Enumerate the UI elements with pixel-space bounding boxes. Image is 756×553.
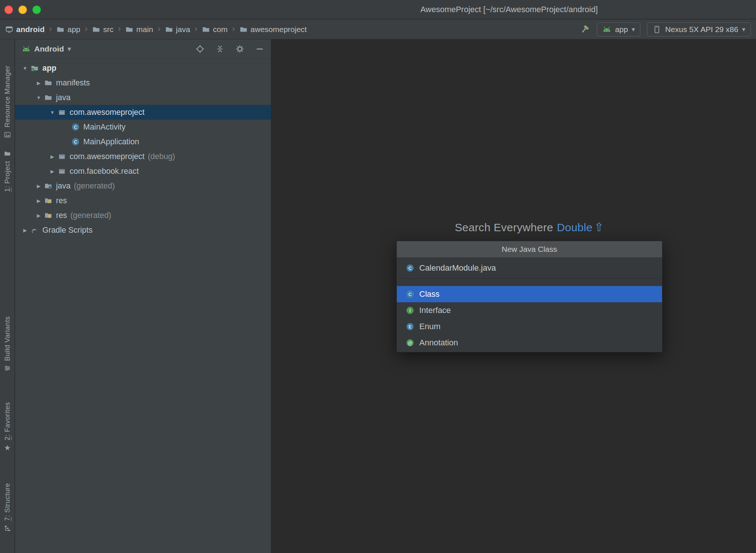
tree-item-label: java — [56, 182, 70, 191]
breadcrumb-label: app — [67, 25, 80, 34]
tree-item-qualifier: (generated) — [74, 182, 115, 191]
zoom-button[interactable] — [32, 6, 41, 14]
tool-window-label: 2: Favorites — [3, 402, 11, 440]
tree-item-gradle-scripts[interactable]: ▶Gradle Scripts — [15, 223, 271, 237]
tool-window-label: Resource Manager — [3, 66, 11, 127]
collapse-all-icon[interactable] — [216, 45, 224, 53]
tree-item-com-awesomeproject[interactable]: ▼com.awesomeproject — [15, 105, 271, 120]
tool-window-button-2-favorites[interactable]: 2: Favorites★ — [0, 402, 15, 451]
tree-item-label: app — [42, 64, 56, 73]
breadcrumb-separator: › — [118, 24, 121, 34]
expand-arrow-icon[interactable]: ▶ — [47, 154, 57, 159]
tree-item-mainactivity[interactable]: CMainActivity — [15, 120, 271, 134]
tree-item-com-facebook-react[interactable]: ▶com.facebook.react — [15, 164, 271, 179]
locate-icon[interactable] — [196, 45, 204, 53]
folder-icon — [239, 25, 248, 34]
expand-arrow-icon[interactable]: ▶ — [34, 183, 44, 189]
breadcrumb-item-android[interactable]: android — [5, 25, 45, 34]
tree-item-label: MainActivity — [83, 123, 126, 132]
module-folder-icon — [30, 64, 39, 73]
phone-icon — [652, 25, 661, 34]
breadcrumb-item-awesomeproject[interactable]: awesomeproject — [239, 25, 307, 34]
structure-icon — [4, 525, 11, 532]
folder-icon — [165, 25, 173, 34]
chevron-down-icon: ▾ — [631, 26, 635, 33]
breadcrumb-label: awesomeproject — [251, 25, 307, 34]
breadcrumb-item-app[interactable]: app — [56, 25, 80, 34]
star-icon: ★ — [4, 444, 11, 451]
tool-window-button-1-project[interactable]: 1: Project — [0, 150, 15, 192]
kind-option-enum[interactable]: EEnum — [397, 318, 662, 335]
navigation-bar: android›app›src›main›java›com›awesomepro… — [0, 20, 756, 39]
tool-window-button-resource-manager[interactable]: Resource Manager — [0, 66, 15, 138]
tree-item-java[interactable]: ▼java — [15, 90, 271, 105]
chevron-down-icon: ▾ — [742, 26, 745, 33]
chevron-down-icon: ▾ — [67, 46, 71, 52]
device-label: Nexus 5X API 29 x86 — [665, 25, 738, 34]
breadcrumb-item-com[interactable]: com — [202, 25, 228, 34]
tool-window-button-build-variants[interactable]: Build Variants — [0, 316, 15, 372]
tree-item-qualifier: (generated) — [70, 211, 111, 220]
collapse-arrow-icon[interactable]: ▼ — [34, 95, 44, 101]
tree-item-label: MainApplication — [83, 137, 139, 147]
tool-window-button-7-structure[interactable]: 7: Structure — [0, 483, 15, 532]
tool-window-label: 7: Structure — [3, 483, 11, 521]
tool-window-label: Build Variants — [3, 316, 11, 361]
kind-option-annotation[interactable]: @Annotation — [397, 335, 662, 351]
tree-item-manifests[interactable]: ▶manifests — [15, 75, 271, 90]
tree-item-mainapplication[interactable]: CMainApplication — [15, 134, 271, 149]
image-icon — [4, 131, 11, 138]
kind-option-label: Enum — [419, 322, 440, 331]
shift-key-icon: ⇧ — [594, 221, 604, 234]
svg-text:C: C — [74, 140, 77, 145]
collapse-arrow-icon[interactable]: ▼ — [20, 66, 30, 71]
expand-arrow-icon[interactable]: ▶ — [47, 169, 57, 174]
tree-item-app[interactable]: ▼app — [15, 61, 271, 75]
expand-arrow-icon[interactable]: ▶ — [34, 80, 44, 86]
project-view-selector[interactable]: Android ▾ — [22, 45, 71, 53]
gen-folder-icon — [44, 182, 53, 190]
shortcut-label: Double — [557, 221, 592, 233]
tool-window-stripe: Resource Manager1: ProjectBuild Variants… — [0, 39, 15, 553]
tree-item-com-awesomeproject-debug[interactable]: ▶com.awesomeproject(debug) — [15, 149, 271, 164]
package-icon — [57, 152, 66, 161]
res-folder-icon — [44, 196, 53, 205]
tree-item-java-generated[interactable]: ▶java(generated) — [15, 179, 271, 193]
kind-option-class[interactable]: CClass — [397, 286, 662, 302]
hide-icon[interactable] — [255, 45, 264, 53]
folder-icon — [44, 93, 53, 102]
close-button[interactable] — [4, 6, 13, 14]
kind-option-label: Interface — [419, 306, 451, 315]
breadcrumb-item-src[interactable]: src — [92, 25, 113, 34]
breadcrumb: android›app›src›main›java›com›awesomepro… — [5, 24, 307, 35]
expand-arrow-icon[interactable]: ▶ — [20, 228, 30, 233]
expand-arrow-icon[interactable]: ▶ — [34, 213, 44, 218]
search-everywhere-label: Search Everywhere — [455, 221, 553, 233]
class-name-input[interactable]: C CalendarModule.java — [397, 257, 662, 279]
breadcrumb-label: src — [103, 25, 113, 34]
breadcrumb-item-main[interactable]: main — [125, 25, 153, 34]
panel-actions — [196, 45, 264, 53]
device-select[interactable]: Nexus 5X API 29 x86 ▾ — [647, 22, 751, 36]
tree-item-qualifier: (debug) — [148, 152, 175, 161]
expand-arrow-icon[interactable]: ▶ — [34, 198, 44, 204]
collapse-arrow-icon[interactable]: ▼ — [47, 110, 57, 115]
android-icon — [602, 25, 611, 34]
class-icon: C — [406, 290, 414, 299]
settings-gear-icon[interactable] — [235, 45, 244, 53]
tree-item-res-generated[interactable]: ▶res(generated) — [15, 208, 271, 223]
hammer-icon[interactable] — [579, 24, 590, 35]
minimize-button[interactable] — [18, 6, 27, 14]
kind-option-label: Annotation — [419, 338, 458, 348]
tree-item-label: Gradle Scripts — [42, 226, 92, 235]
popup-title: New Java Class — [397, 241, 662, 257]
tree-item-res[interactable]: ▶res — [15, 193, 271, 208]
annotation-icon: @ — [406, 338, 414, 347]
kind-option-interface[interactable]: IInterface — [397, 302, 662, 318]
breadcrumb-separator: › — [85, 24, 88, 34]
breadcrumb-separator: › — [195, 24, 197, 34]
folder-icon — [125, 25, 133, 34]
breadcrumb-item-java[interactable]: java — [165, 25, 190, 34]
folder-icon — [56, 25, 64, 34]
run-configuration-select[interactable]: app ▾ — [597, 22, 640, 36]
